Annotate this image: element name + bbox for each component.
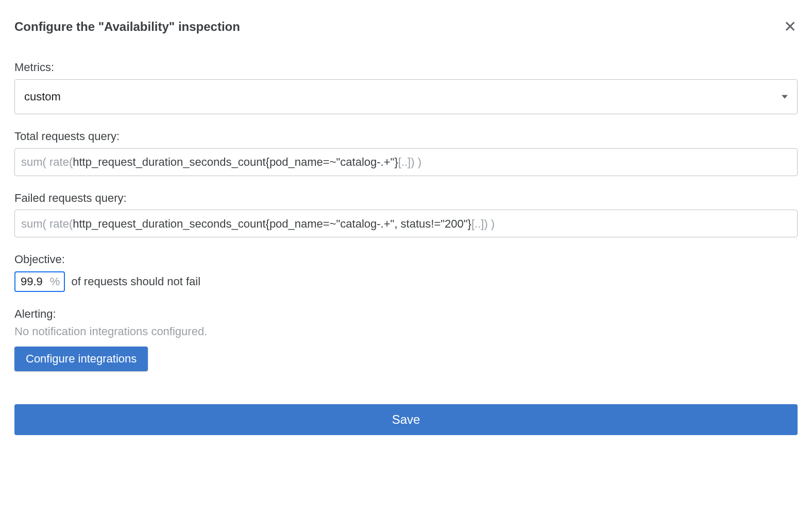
query-text-dim: sum( rate( (21, 216, 73, 232)
configure-integrations-button[interactable]: Configure integrations (14, 347, 148, 371)
metrics-select[interactable]: custom (14, 79, 798, 114)
query-text-dim: [..] (471, 216, 484, 232)
failed-requests-input[interactable]: sum( rate( http_request_duration_seconds… (14, 210, 798, 237)
objective-input[interactable]: 99.9 % (14, 271, 65, 292)
metrics-label: Metrics: (14, 60, 798, 75)
save-button[interactable]: Save (14, 404, 798, 435)
objective-label: Objective: (14, 252, 798, 267)
query-text-dim: ) ) (484, 216, 495, 232)
objective-suffix-text: of requests should not fail (71, 274, 200, 289)
query-text-dim: ) ) (411, 154, 421, 170)
metrics-select-value: custom (24, 89, 61, 105)
close-button[interactable]: ✕ (782, 19, 798, 34)
total-requests-input[interactable]: sum( rate( http_request_duration_seconds… (14, 148, 798, 176)
close-icon: ✕ (784, 19, 797, 34)
total-requests-label: Total requests query: (14, 129, 798, 144)
alerting-label: Alerting: (14, 306, 798, 322)
page-title: Configure the "Availability" inspection (14, 19, 240, 35)
chevron-down-icon (782, 95, 788, 99)
query-text-dim: [..] (398, 154, 411, 170)
alerting-status-text: No notification integrations configured. (14, 324, 798, 339)
query-text-body: http_request_duration_seconds_count{pod_… (73, 154, 398, 170)
query-text-dim: sum( rate( (21, 154, 73, 170)
query-text-body: http_request_duration_seconds_count{pod_… (73, 216, 471, 232)
objective-unit: % (50, 274, 60, 289)
failed-requests-label: Failed requests query: (14, 191, 798, 206)
objective-value: 99.9 (21, 274, 43, 289)
